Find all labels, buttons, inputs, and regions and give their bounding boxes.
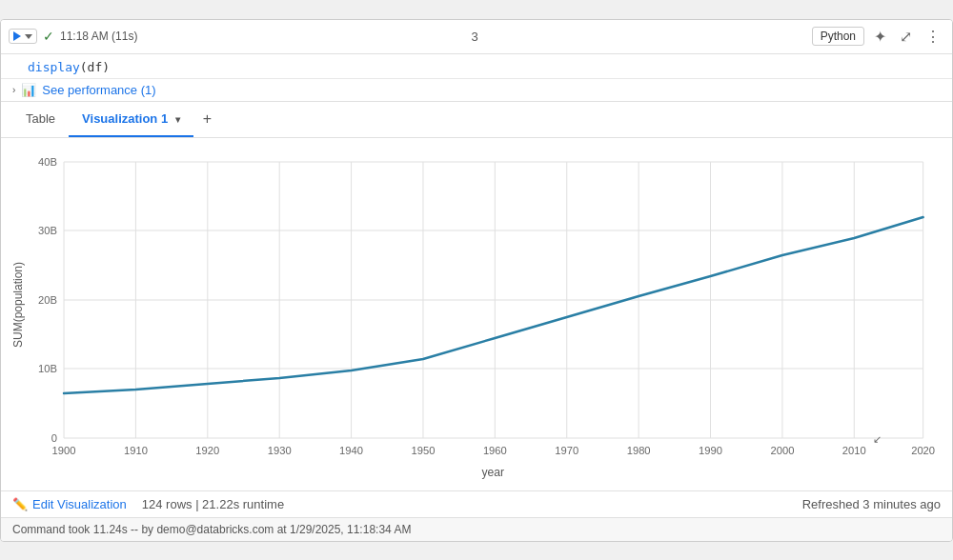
chart-container: .grid-line { stroke: #e0e0e0; stroke-wid…: [10, 148, 943, 490]
svg-text:0: 0: [51, 432, 57, 444]
svg-text:1990: 1990: [699, 445, 722, 456]
svg-text:SUM(population): SUM(population): [11, 261, 25, 347]
svg-text:↙: ↙: [873, 433, 882, 445]
run-triangle-icon: [13, 31, 21, 41]
python-badge[interactable]: Python: [812, 27, 864, 46]
see-performance-link[interactable]: See performance (1): [42, 83, 155, 97]
cell-toolbar: ✓ 11:18 AM (11s) 3 Python ✦ ⤢ ⋮: [1, 20, 952, 54]
svg-text:1920: 1920: [195, 445, 219, 456]
expand-icon[interactable]: ⤢: [896, 26, 916, 48]
more-icon[interactable]: ⋮: [922, 26, 944, 48]
svg-text:year: year: [481, 466, 504, 479]
svg-text:1900: 1900: [52, 445, 76, 456]
code-line: display(df): [1, 54, 952, 79]
tabs-bar: Table Visualization 1 ▾ +: [1, 102, 952, 138]
tab-visualization1[interactable]: Visualization 1 ▾: [69, 102, 193, 137]
footer-text: Command took 11.24s -- by demo@databrick…: [12, 523, 411, 536]
svg-text:1960: 1960: [483, 445, 507, 456]
svg-text:2020: 2020: [911, 445, 935, 456]
code-args: (df): [80, 60, 110, 74]
refreshed-status: Refreshed 3 minutes ago: [802, 497, 941, 511]
edit-viz-label: Edit Visualization: [32, 497, 127, 511]
svg-text:2000: 2000: [770, 445, 794, 456]
notebook-cell: ✓ 11:18 AM (11s) 3 Python ✦ ⤢ ⋮ display(…: [0, 19, 953, 542]
svg-text:2010: 2010: [842, 445, 866, 456]
svg-text:1910: 1910: [124, 445, 148, 456]
code-keyword: display: [28, 60, 80, 74]
tab-viz1-label: Visualization 1: [82, 111, 168, 126]
svg-text:1970: 1970: [555, 445, 578, 456]
bar-chart-icon: 📊: [21, 83, 36, 97]
edit-visualization-button[interactable]: ✏️ Edit Visualization: [12, 497, 127, 511]
svg-text:40B: 40B: [38, 156, 57, 168]
svg-text:1930: 1930: [268, 445, 292, 456]
cell-footer: Command took 11.24s -- by demo@databrick…: [1, 517, 952, 541]
run-dropdown-icon: [25, 34, 32, 39]
line-chart: .grid-line { stroke: #e0e0e0; stroke-wid…: [10, 148, 943, 490]
chart-area: .grid-line { stroke: #e0e0e0; stroke-wid…: [1, 138, 952, 490]
chevron-right-icon: ›: [12, 85, 15, 95]
runtime-stats: 124 rows | 21.22s runtime: [142, 497, 284, 511]
svg-text:1980: 1980: [627, 445, 651, 456]
svg-text:30B: 30B: [38, 225, 57, 236]
performance-row: › 📊 See performance (1): [1, 79, 952, 102]
svg-text:10B: 10B: [38, 363, 57, 374]
tab-table[interactable]: Table: [12, 102, 69, 137]
cell-status: 11:18 AM (11s): [60, 30, 137, 43]
success-icon: ✓: [43, 29, 54, 44]
cell-number: 3: [143, 30, 805, 44]
tab-add-button[interactable]: +: [193, 103, 221, 135]
tab-dropdown-icon[interactable]: ▾: [175, 114, 180, 125]
magic-icon[interactable]: ✦: [870, 26, 890, 48]
pencil-icon: ✏️: [12, 497, 28, 511]
svg-text:1940: 1940: [339, 445, 363, 456]
run-button[interactable]: [9, 29, 37, 44]
svg-text:20B: 20B: [38, 294, 57, 306]
data-line: [64, 217, 923, 393]
bottom-bar: ✏️ Edit Visualization 124 rows | 21.22s …: [1, 490, 952, 517]
svg-text:1950: 1950: [412, 445, 436, 456]
